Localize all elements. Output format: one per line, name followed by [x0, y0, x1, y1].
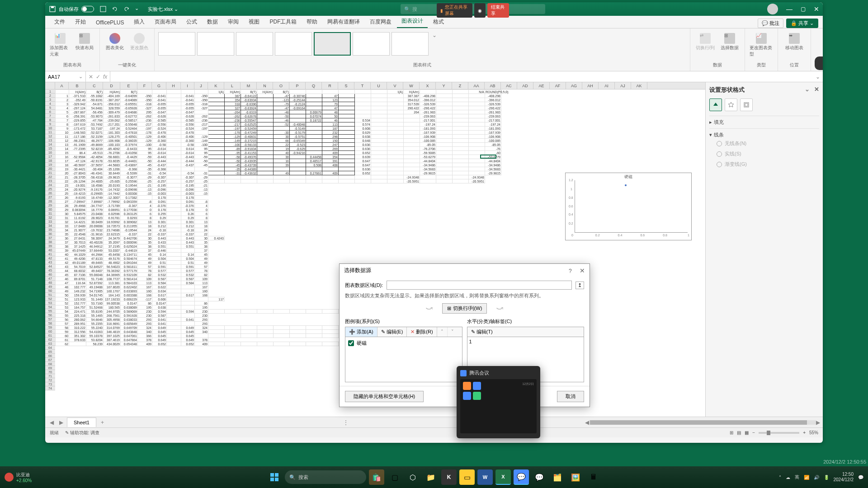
notification-icon[interactable]: 💬 — [858, 475, 863, 480]
taskbar-app-k[interactable]: K — [441, 469, 457, 485]
col-header[interactable]: Q — [306, 82, 322, 89]
row-header[interactable]: 46 — [45, 272, 55, 277]
change-chart-type-button[interactable]: 📈更改图表类型 — [749, 32, 774, 58]
sheet-options-icon[interactable]: ⋮ — [340, 419, 351, 426]
chart-style-3[interactable] — [236, 32, 273, 56]
row-header[interactable]: 59 — [45, 325, 55, 329]
comments-button[interactable]: 💬 批注 — [758, 19, 783, 28]
tray-expand-icon[interactable]: ˄ — [779, 475, 781, 480]
row-header[interactable]: 2 — [45, 94, 55, 98]
row-header[interactable]: 3 — [45, 98, 55, 102]
col-header[interactable]: Y — [436, 82, 452, 89]
taskbar-app-9[interactable]: 🖼️ — [568, 469, 583, 485]
zoom-slider[interactable] — [759, 432, 799, 434]
chart-style-5[interactable] — [314, 32, 351, 56]
record-indicator[interactable]: ◉ — [474, 3, 486, 18]
row-header[interactable]: 9 — [45, 122, 55, 126]
sheet-nav-next[interactable]: ▶ — [57, 419, 65, 426]
col-header[interactable]: S — [338, 82, 354, 89]
row-header[interactable]: 66 — [45, 354, 55, 358]
col-header[interactable]: L — [224, 82, 241, 89]
row-header[interactable]: 42 — [45, 256, 55, 260]
row-header[interactable]: 36 — [45, 232, 55, 236]
tencent-meeting-taskbar-icon[interactable]: 💬 — [514, 469, 529, 485]
zoom-out-icon[interactable]: − — [752, 430, 755, 435]
sheet-tab-1[interactable]: Sheet1 — [67, 418, 96, 427]
taskbar-search[interactable]: 🔍搜索 — [285, 470, 366, 484]
start-button[interactable] — [267, 469, 282, 485]
taskbar-clock[interactable]: 12:50 2024/12/2 — [834, 472, 854, 483]
tab-pdf[interactable]: PDF工具箱 — [265, 16, 301, 28]
col-header[interactable]: K — [208, 82, 224, 89]
taskbar-preview[interactable]: 腾讯会议 12月2日 — [457, 366, 540, 438]
chart-style-2[interactable] — [197, 32, 234, 56]
row-header[interactable]: 47 — [45, 277, 55, 281]
row-header[interactable]: 52 — [45, 297, 55, 301]
row-header[interactable]: 67 — [45, 358, 55, 362]
col-header[interactable]: M — [241, 82, 257, 89]
move-chart-button[interactable]: ⬌移动图表 — [782, 32, 807, 52]
col-header[interactable]: C — [86, 82, 103, 89]
quick-layout-button[interactable]: ⊞快速布局 — [73, 32, 96, 52]
row-header[interactable]: 48 — [45, 281, 55, 285]
col-header[interactable]: AD — [517, 82, 533, 89]
row-header[interactable]: 16 — [45, 150, 55, 155]
tab-chartdesign[interactable]: 图表设计 — [397, 15, 428, 28]
row-header[interactable]: 33 — [45, 220, 55, 224]
taskbar-app-3[interactable]: ⬡ — [405, 469, 420, 485]
row-header[interactable]: 24 — [45, 183, 55, 187]
row-header[interactable]: 55 — [45, 309, 55, 313]
volume-icon[interactable]: 🔊 — [814, 475, 819, 480]
row-header[interactable]: 12 — [45, 134, 55, 138]
row-header[interactable]: 22 — [45, 175, 55, 179]
row-header[interactable]: 35 — [45, 228, 55, 232]
move-series-up-icon[interactable]: ˄ — [437, 327, 448, 337]
chart-style-6[interactable] — [353, 32, 390, 56]
row-header[interactable]: 39 — [45, 244, 55, 248]
col-header[interactable]: H — [166, 82, 181, 89]
taskbar-app-2[interactable]: ▢ — [387, 469, 402, 485]
col-header[interactable]: AC — [501, 82, 517, 89]
col-header[interactable]: Z — [452, 82, 468, 89]
autosave-toggle[interactable]: 自动保存 — [49, 5, 94, 13]
col-header[interactable]: AA — [468, 82, 485, 89]
line-none-radio[interactable]: 无线条(N) — [709, 138, 819, 149]
user-avatar[interactable] — [767, 4, 778, 14]
row-header[interactable]: 27 — [45, 195, 55, 199]
taskbar-app-5[interactable]: ▭ — [459, 469, 475, 485]
col-header[interactable]: G — [152, 82, 166, 89]
minimize-icon[interactable]: — — [786, 5, 793, 13]
embedded-chart[interactable]: 硬磁 1.2 1 0.8 0.6 0.4 0.2 0 0.2 0.4 0.6 0… — [565, 173, 692, 240]
maximize-icon[interactable]: ▢ — [801, 6, 806, 12]
row-header[interactable]: 50 — [45, 289, 55, 293]
tab-pagelayout[interactable]: 页面布局 — [150, 16, 181, 28]
end-share-button[interactable]: 结束共享 — [487, 3, 509, 18]
row-header[interactable]: 11 — [45, 130, 55, 134]
dialog-close-icon[interactable]: ✕ — [580, 267, 585, 274]
row-header[interactable]: 4 — [45, 102, 55, 106]
select-all-corner[interactable] — [45, 82, 55, 89]
row-header[interactable]: 57 — [45, 317, 55, 321]
row-header[interactable]: 70 — [45, 370, 55, 374]
row-header[interactable]: 10 — [45, 126, 55, 130]
save-icon[interactable] — [99, 5, 107, 13]
switch-row-col-button[interactable]: ⇄切换行/列 — [694, 32, 717, 52]
wifi-icon[interactable]: 📶 — [804, 475, 809, 480]
qat-more-icon[interactable]: ⌄ — [135, 5, 139, 13]
col-header[interactable]: E — [120, 82, 137, 89]
tab-home[interactable]: 开始 — [71, 16, 90, 28]
col-header[interactable]: AE — [533, 82, 550, 89]
cancel-button[interactable]: 取消 — [557, 391, 584, 402]
tab-help[interactable]: 帮助 — [302, 16, 322, 28]
row-header[interactable]: 56 — [45, 313, 55, 317]
row-header[interactable]: 49 — [45, 285, 55, 289]
add-series-button[interactable]: ➕ 添加(A) — [345, 327, 377, 337]
edit-series-button[interactable]: ✎ 编辑(E) — [377, 327, 407, 337]
row-header[interactable]: 74 — [45, 386, 55, 390]
col-header[interactable]: AB — [485, 82, 501, 89]
tab-insert[interactable]: 插入 — [129, 16, 149, 28]
row-header[interactable]: 51 — [45, 293, 55, 297]
row-header[interactable]: 53 — [45, 301, 55, 305]
col-header[interactable]: N — [257, 82, 273, 89]
row-header[interactable]: 32 — [45, 216, 55, 220]
